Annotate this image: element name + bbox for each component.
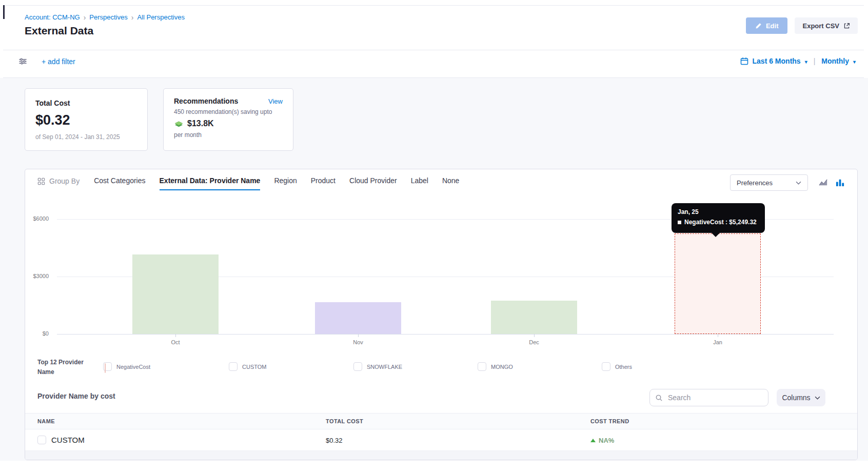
tab-cloud-provider[interactable]: Cloud Provider xyxy=(349,176,397,190)
toolbar-pipe: | xyxy=(814,57,816,65)
y-axis-label: $3000 xyxy=(25,273,49,279)
breadcrumb-account[interactable]: Account: CCM-NG xyxy=(25,13,80,21)
legend-item-mongo[interactable]: MONGO xyxy=(478,362,513,371)
trend-up-icon xyxy=(590,439,596,442)
recommendations-subtitle: 450 recommendation(s) saving upto xyxy=(174,108,283,115)
top-divider xyxy=(3,5,864,6)
provider-color-swatch xyxy=(37,436,46,444)
calendar-icon xyxy=(740,57,748,65)
table-row-partial xyxy=(25,451,857,460)
provider-total-cost: $0.32 xyxy=(326,437,343,444)
legend-label: CUSTOM xyxy=(242,364,266,370)
total-cost-value: $0.32 xyxy=(35,112,137,128)
x-axis-tick xyxy=(358,334,359,337)
export-csv-button[interactable]: Export CSV xyxy=(795,17,858,34)
legend-label: Others xyxy=(615,364,632,370)
tooltip-arrow xyxy=(712,233,720,237)
group-by-tabs: Cost Categories External Data: Provider … xyxy=(94,176,459,186)
chevron-right-icon: › xyxy=(131,14,134,21)
recommendations-card: Recommendations View 450 recommendation(… xyxy=(163,88,293,151)
cost-bar-chart: Jan, 25 NegativeCost : $5,249.32 $0$3000… xyxy=(25,195,857,353)
total-cost-period: of Sep 01, 2024 - Jan 31, 2025 xyxy=(35,133,137,141)
view-recommendations-link[interactable]: View xyxy=(268,97,283,105)
x-axis-tick xyxy=(718,334,718,337)
columns-button[interactable]: Columns xyxy=(777,389,825,406)
preferences-label: Preferences xyxy=(737,179,773,187)
preferences-dropdown[interactable]: Preferences xyxy=(730,174,808,191)
add-filter-button[interactable]: + add filter xyxy=(42,57,75,66)
perspective-panel: Group By Cost Categories External Data: … xyxy=(25,169,858,460)
area-chart-icon[interactable] xyxy=(818,178,829,187)
filter-toolbar: + add filter Last 6 Months ▾ | Monthly ▾ xyxy=(0,50,868,77)
chevron-right-icon: › xyxy=(84,14,86,21)
tooltip-title: Jan, 25 xyxy=(678,208,759,215)
tab-label[interactable]: Label xyxy=(411,176,428,190)
chart-legend: Top 12 Provider Name NegativeCostCUSTOMS… xyxy=(25,353,857,382)
y-axis-label: $6000 xyxy=(25,215,49,222)
breadcrumb-all-perspectives[interactable]: All Perspectives xyxy=(137,13,184,21)
table-title: Provider Name by cost xyxy=(37,392,115,400)
left-nav-edge xyxy=(3,5,5,19)
legend-title: Top 12 Provider Name xyxy=(37,358,99,377)
y-gridline xyxy=(57,334,834,335)
legend-item-negativecost[interactable]: NegativeCost xyxy=(103,362,150,371)
header-cost-trend[interactable]: COST TREND xyxy=(590,418,629,424)
breadcrumb: Account: CCM-NG › Perspectives › All Per… xyxy=(25,13,858,21)
x-axis-label: Dec xyxy=(514,339,555,345)
chart-type-toggles xyxy=(818,178,845,187)
tooltip-text: NegativeCost : $5,249.32 xyxy=(684,219,757,226)
filter-sliders-icon[interactable] xyxy=(18,57,27,66)
tab-product[interactable]: Product xyxy=(311,176,336,190)
tab-none[interactable]: None xyxy=(442,176,459,190)
provider-name: CUSTOM xyxy=(51,436,85,444)
search-input[interactable] xyxy=(667,393,763,402)
table-row[interactable]: CUSTOM $0.32 NA% xyxy=(25,429,857,451)
caret-down-icon[interactable]: ▾ xyxy=(853,59,856,65)
legend-swatch-icon xyxy=(602,362,610,371)
bar-jan-negativecost[interactable] xyxy=(675,233,761,334)
legend-item-others[interactable]: Others xyxy=(602,362,632,371)
header-total-cost[interactable]: TOTAL COST xyxy=(326,418,363,424)
bar-nov-snowflake[interactable] xyxy=(315,302,401,334)
x-axis-label: Nov xyxy=(338,339,379,345)
x-axis-label: Oct xyxy=(155,339,196,345)
table-header-row: NAME TOTAL COST COST TREND xyxy=(25,413,857,429)
date-range-select[interactable]: Last 6 Months xyxy=(753,57,801,65)
total-cost-card: Total Cost $0.32 of Sep 01, 2024 - Jan 3… xyxy=(25,88,148,151)
recommendations-label: Recommendations xyxy=(174,97,238,105)
legend-item-snowflake[interactable]: SNOWFLAKE xyxy=(353,362,402,371)
group-by-label: Group By xyxy=(37,177,80,185)
x-axis-tick xyxy=(534,334,535,337)
perspective-page: Account: CCM-NG › Perspectives › All Per… xyxy=(0,0,868,472)
legend-label: SNOWFLAKE xyxy=(367,364,402,370)
legend-label: NegativeCost xyxy=(116,364,150,370)
total-cost-label: Total Cost xyxy=(35,99,137,107)
chart-tooltip: Jan, 25 NegativeCost : $5,249.32 xyxy=(672,203,765,233)
provider-cost-trend: NA% xyxy=(590,437,614,444)
bar-dec-mongo[interactable] xyxy=(491,301,577,334)
breadcrumb-perspectives[interactable]: Perspectives xyxy=(89,13,127,21)
external-link-icon xyxy=(843,23,850,29)
series-bullet-icon xyxy=(678,221,681,224)
caret-down-icon[interactable]: ▾ xyxy=(805,59,807,65)
page-header: Account: CCM-NG › Perspectives › All Per… xyxy=(25,13,858,47)
tab-cost-categories[interactable]: Cost Categories xyxy=(94,176,145,190)
bar-chart-icon[interactable] xyxy=(835,178,845,187)
granularity-select[interactable]: Monthly xyxy=(821,57,849,65)
legend-item-custom[interactable]: CUSTOM xyxy=(229,362,266,371)
table-toolbar: Provider Name by cost Columns xyxy=(25,385,857,407)
savings-amount: $13.8K xyxy=(187,119,214,128)
legend-swatch-icon xyxy=(353,362,362,371)
edit-button[interactable]: Edit xyxy=(746,17,788,34)
tab-region[interactable]: Region xyxy=(274,176,297,190)
bar-oct-mongo[interactable] xyxy=(132,254,219,334)
legend-swatch-icon xyxy=(229,362,238,371)
chevron-down-icon xyxy=(815,396,820,400)
search-icon xyxy=(655,394,663,402)
header-name[interactable]: NAME xyxy=(37,418,55,424)
chevron-down-icon xyxy=(796,181,801,185)
table-search xyxy=(649,389,768,406)
tab-external-data-provider-name[interactable]: External Data: Provider Name xyxy=(160,176,261,190)
x-axis-tick xyxy=(175,334,176,337)
header-actions: Edit Export CSV xyxy=(746,17,858,34)
